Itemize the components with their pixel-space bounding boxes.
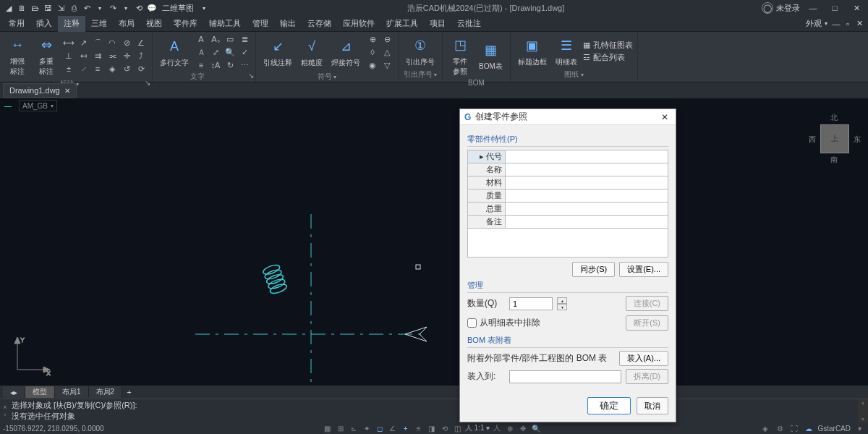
menu-ext[interactable]: 扩展工具 — [380, 16, 424, 32]
panel-launcher-icon[interactable]: ↘ — [248, 72, 254, 80]
dialog-titlebar[interactable]: G 创建零件参照 ✕ — [460, 109, 676, 125]
dim-radius-icon[interactable]: ◠ — [106, 37, 119, 48]
mdi-min-icon[interactable]: — — [830, 18, 842, 30]
sb-dyn-icon[interactable]: + — [400, 423, 412, 433]
menu-insert[interactable]: 插入 — [30, 16, 58, 32]
menu-layout[interactable]: 布局 — [113, 16, 140, 32]
balloon-button[interactable]: ① 引出序号 — [403, 34, 438, 69]
dim-center-icon[interactable]: ✛ — [120, 50, 133, 61]
text-align-icon[interactable]: ≣ — [238, 33, 251, 45]
save-icon[interactable]: 🖫 — [42, 2, 54, 14]
dim-insp-icon[interactable]: ◈ — [106, 63, 119, 75]
sb-qp-icon[interactable]: ◫ — [452, 423, 464, 433]
redo-icon[interactable]: ↷ — [107, 2, 119, 14]
sb-ann-icon[interactable]: 人 — [491, 423, 503, 433]
redo-dd-icon[interactable]: ▾ — [120, 2, 132, 14]
multi-dim-button[interactable]: ⇔ 多重 标注 — [33, 33, 59, 78]
qty-down-icon[interactable]: ▾ — [557, 304, 567, 310]
new-icon[interactable]: 🗎 — [16, 2, 27, 14]
weld-button[interactable]: ⊿ 焊接符号 — [328, 35, 363, 69]
cmd-close-icon[interactable]: × — [3, 404, 7, 411]
holechart-button[interactable]: ▦孔特征图表 — [583, 40, 633, 51]
text-spell-icon[interactable]: ✓ — [238, 46, 251, 58]
menu-aux[interactable]: 辅助工具 — [203, 16, 247, 32]
menu-apps[interactable]: 应用软件 — [337, 16, 380, 32]
menu-cloud[interactable]: 云存储 — [302, 16, 337, 32]
sb-otrack-icon[interactable]: ∠ — [387, 423, 399, 433]
dim-ang-icon[interactable]: ∠ — [135, 37, 148, 48]
sb-max-icon[interactable]: ⛶ — [788, 423, 800, 433]
undo-icon[interactable]: ↶ — [81, 2, 93, 14]
sb-ann2-icon[interactable]: ⊕ — [504, 423, 516, 433]
layout-tab-model[interactable]: 模型 — [25, 386, 55, 398]
sb-snap-icon[interactable]: ⊞ — [335, 423, 346, 433]
dim-linear-icon[interactable]: ⟷ — [62, 37, 75, 48]
chat-icon[interactable]: 💬 — [146, 2, 158, 14]
menu-parts[interactable]: 零件库 — [168, 16, 203, 32]
text-find-icon[interactable]: 🔍 — [224, 46, 237, 58]
partref-value-cell[interactable] — [506, 150, 668, 163]
cmd-scroll-up-icon[interactable]: ▴ — [861, 399, 864, 406]
menu-project[interactable]: 项目 — [424, 16, 451, 32]
dim-arc-icon[interactable]: ⌒ — [91, 37, 104, 48]
mtext-button[interactable]: A 多行文字 — [157, 35, 192, 69]
menu-3d[interactable]: 三维 — [85, 16, 113, 32]
status-scale-label[interactable]: 人 1:1 ▾ — [465, 423, 490, 433]
panel-launcher-icon[interactable]: ↘ — [145, 79, 150, 87]
dim-cont-icon[interactable]: ⇉ — [91, 50, 104, 61]
sb-nav-icon[interactable]: ✥ — [517, 423, 529, 433]
print-icon[interactable]: ⎙ — [68, 2, 80, 14]
dim-ord-icon[interactable]: ⊥ — [62, 50, 75, 61]
sync-button[interactable]: 同步(S) — [572, 262, 615, 277]
layout-tab-2[interactable]: 布局2 — [89, 386, 123, 398]
text-scale-icon[interactable]: ⤢ — [209, 46, 222, 58]
sb-tray-icon[interactable]: ▾ — [854, 423, 865, 433]
dim-jog-icon[interactable]: ⤴ — [135, 50, 148, 61]
drawing-workspace[interactable]: — AM_GB▾ 北 南 西 东 上 Y X — [0, 98, 868, 386]
open-icon[interactable]: 🗁 — [29, 2, 41, 14]
sb-cycle-icon[interactable]: ⟲ — [439, 423, 451, 433]
enhanced-dim-button[interactable]: ↔ 增强 标注 — [4, 33, 30, 78]
sb-polar-icon[interactable]: ✦ — [361, 423, 373, 433]
sb-osnap-icon[interactable]: ◻ — [374, 423, 386, 433]
minimize-icon[interactable]: — — [804, 1, 822, 15]
text-just-icon[interactable]: ≡ — [195, 59, 208, 71]
saveall-icon[interactable]: ⇲ — [55, 2, 67, 14]
dim-chain-icon[interactable]: ⫘ — [106, 50, 119, 61]
dim-break-icon[interactable]: ⟋ — [77, 63, 90, 75]
app-icon[interactable]: ◢ — [3, 2, 14, 14]
layout-add-button[interactable]: + — [122, 388, 135, 396]
maximize-icon[interactable]: □ — [826, 1, 843, 15]
mdi-close-icon[interactable]: ✕ — [854, 18, 865, 30]
qty-input[interactable] — [509, 297, 553, 310]
sym4-icon[interactable]: △ — [380, 46, 393, 58]
load-button[interactable]: 装入(A)... — [619, 351, 668, 366]
sb-grid-icon[interactable]: ▦ — [322, 423, 333, 433]
menu-annotate[interactable]: 注释 — [58, 16, 85, 32]
sb-iso-icon[interactable]: ◈ — [760, 423, 771, 433]
dim-upd-icon[interactable]: ⟳ — [135, 63, 148, 75]
menu-cloudnote[interactable]: 云批注 — [451, 16, 487, 32]
dim-space-icon[interactable]: ≡ — [91, 63, 104, 75]
cmd-scroll-down-icon[interactable]: ▾ — [861, 416, 864, 422]
menu-manage[interactable]: 管理 — [247, 16, 274, 32]
dim-ovr-icon[interactable]: ↺ — [120, 63, 133, 75]
text-rot-icon[interactable]: ↻ — [224, 59, 237, 71]
partref-button[interactable]: ◳ 零件 参照 — [447, 33, 473, 78]
text-more-icon[interactable]: ⋯ — [238, 59, 251, 71]
cmd-chevron-icon[interactable]: › — [4, 412, 7, 418]
close-icon[interactable]: ✕ — [848, 1, 865, 15]
sym2-icon[interactable]: ⊖ — [380, 33, 393, 45]
sym6-icon[interactable]: ▽ — [380, 59, 393, 71]
doctab-close-icon[interactable]: ✕ — [64, 87, 70, 95]
partref-props-table[interactable]: ▸ 代号 名称 材料 质量 总重 备注 — [467, 150, 668, 229]
tech-req-icon[interactable]: Aₛ — [209, 33, 222, 45]
fitlist-button[interactable]: ☲配合列表 — [583, 52, 633, 63]
doc-tab[interactable]: Drawing1.dwg ✕ — [3, 83, 77, 98]
text-height-icon[interactable]: ↕A — [209, 59, 222, 71]
sb-cloud-icon[interactable]: ☁ — [803, 423, 814, 433]
workspace-dd-icon[interactable]: ▾ — [198, 2, 210, 14]
settings-button[interactable]: 设置(E)... — [619, 262, 668, 277]
qty-up-icon[interactable]: ▴ — [557, 297, 567, 304]
command-line[interactable]: ×› 选择对象或 [块(B)/复制(C)/参照(R)]: 没有选中任何对象 ▴▾ — [0, 399, 868, 422]
